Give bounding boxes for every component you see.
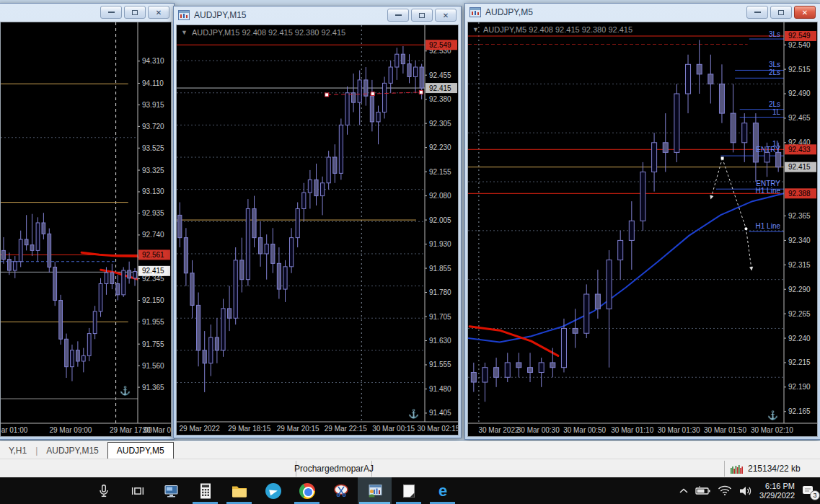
file-explorer-icon[interactable]	[222, 477, 256, 504]
svg-text:93.130: 93.130	[142, 187, 164, 195]
svg-text:ar 01:00: ar 01:00	[1, 426, 28, 434]
chrome-icon[interactable]	[290, 477, 324, 504]
svg-text:94.310: 94.310	[142, 57, 164, 65]
traffic-text: 215134/22 kb	[748, 464, 801, 474]
svg-text:91.755: 91.755	[142, 340, 164, 348]
indicator-curves	[468, 193, 784, 355]
minimize-button[interactable]	[100, 6, 122, 19]
minimize-button[interactable]	[746, 6, 768, 19]
chart-window-h1: ✕ 0.4580.21994.31094.11093.91593.72093.5…	[0, 3, 175, 440]
time-axis[interactable]: ar 01:0029 Mar 09:0029 Mar 17:0030 Mar 0…	[1, 423, 171, 434]
tab-audjpy-m15[interactable]: AUDJPY,M15	[38, 443, 107, 459]
gridlines	[468, 22, 784, 423]
window-titlebar[interactable]: ✕	[0, 4, 174, 21]
snipping-tool-icon[interactable]	[324, 477, 358, 504]
tray-chevron-icon[interactable]	[679, 487, 689, 495]
notification-icon[interactable]: 3	[801, 485, 816, 498]
tab-audjpy-m5[interactable]: AUDJPY,M5	[107, 442, 174, 459]
svg-text:30 Mar 01:30: 30 Mar 01:30	[658, 426, 700, 434]
close-button[interactable]: ✕	[435, 9, 457, 22]
svg-text:92.549: 92.549	[788, 32, 811, 40]
window-title: AUDJPY,M5	[485, 7, 742, 17]
svg-text:29 Mar 20:15: 29 Mar 20:15	[277, 425, 319, 433]
maximize-button[interactable]	[411, 9, 433, 22]
close-button[interactable]: ✕	[148, 6, 169, 19]
volume-icon[interactable]	[739, 485, 753, 497]
metatrader-icon[interactable]	[358, 477, 392, 504]
svg-text:1L: 1L	[772, 108, 781, 116]
svg-text:92.305: 92.305	[429, 120, 451, 128]
tray-time: 6:16 PM	[759, 482, 795, 491]
svg-text:92.265: 92.265	[788, 310, 811, 318]
svg-text:92.240: 92.240	[788, 335, 811, 342]
svg-text:92.315: 92.315	[788, 261, 811, 269]
edge-icon[interactable]: e	[426, 477, 459, 504]
price-axis[interactable]: 92.54092.51592.49092.46592.44092.36592.3…	[784, 22, 817, 423]
chart-ohlc-header: AUDJPY,M15 92.408 92.415 92.380 92.415	[192, 28, 345, 37]
calculator-icon[interactable]	[188, 477, 222, 504]
wifi-icon[interactable]	[718, 485, 732, 496]
microphone-icon[interactable]	[87, 477, 120, 504]
price-axis[interactable]: 94.31094.11093.91593.72093.52593.32593.1…	[138, 22, 171, 423]
tray-date: 3/29/2022	[759, 491, 795, 500]
window-titlebar[interactable]: AUDJPY,M15 ✕	[174, 6, 461, 24]
svg-text:92.215: 92.215	[788, 358, 811, 366]
time-axis[interactable]: 30 Mar 202230 Mar 00:3030 Mar 00:5030 Ma…	[468, 423, 817, 434]
window-titlebar[interactable]: AUDJPY,M5 ✕	[465, 4, 820, 21]
svg-text:92.415: 92.415	[788, 163, 811, 171]
system-monitor-icon[interactable]	[154, 477, 188, 504]
svg-text:91.405: 91.405	[429, 409, 451, 417]
svg-text:91.955: 91.955	[142, 318, 164, 326]
chart-area-m5[interactable]: 3Ls3Ls2Ls2Ls1L1LENTRYENTRYH1 LineH1 Line…	[468, 22, 817, 436]
traffic-cell: 215134/22 kb	[724, 461, 820, 477]
svg-text:93.720: 93.720	[142, 123, 164, 131]
chart-window-icon	[178, 10, 190, 20]
price-axis[interactable]: 92.53092.45592.38092.30592.23092.15592.0…	[425, 25, 458, 422]
task-view-icon[interactable]	[120, 477, 154, 504]
chart-anchor-icon: ⚓	[408, 409, 419, 419]
svg-text:92.290: 92.290	[788, 286, 811, 293]
chart-tabbar: Y,H1 | AUDJPY,M15 AUDJPY,M5	[0, 441, 820, 459]
telegram-icon[interactable]	[256, 477, 290, 504]
chart-anchor-icon: ⚓	[767, 410, 778, 420]
svg-text:2Ls: 2Ls	[769, 68, 780, 76]
battery-icon[interactable]	[695, 486, 711, 496]
window-title: AUDJPY,M15	[194, 10, 383, 20]
svg-text:e: e	[438, 482, 446, 500]
gridlines	[1, 22, 138, 423]
svg-text:92.155: 92.155	[429, 168, 451, 176]
svg-text:29 Mar 18:15: 29 Mar 18:15	[228, 425, 270, 433]
maximize-button[interactable]	[124, 6, 146, 19]
svg-text:3Ls: 3Ls	[769, 30, 780, 38]
svg-text:30 Mar 02:10: 30 Mar 02:10	[751, 426, 793, 434]
svg-text:92.433: 92.433	[788, 146, 811, 154]
svg-text:30 Mar 00:50: 30 Mar 00:50	[563, 426, 606, 434]
svg-text:92.190: 92.190	[788, 383, 811, 391]
tray-clock[interactable]: 6:16 PM 3/29/2022	[759, 482, 795, 500]
notification-badge: 3	[810, 490, 820, 500]
svg-text:29 Mar 22:15: 29 Mar 22:15	[325, 425, 367, 433]
svg-text:91.780: 91.780	[429, 288, 451, 296]
minimize-button[interactable]	[387, 9, 409, 22]
time-axis[interactable]: 29 Mar 202229 Mar 18:1529 Mar 20:1529 Ma…	[177, 422, 458, 433]
svg-text:91.630: 91.630	[429, 337, 451, 345]
svg-text:30 Mar 02:15: 30 Mar 02:15	[417, 425, 458, 433]
traffic-histogram-icon	[731, 464, 744, 474]
svg-text:91.365: 91.365	[142, 384, 164, 392]
price-lines	[468, 36, 784, 231]
chart-area-h1[interactable]: 0.4580.21994.31094.11093.91593.72093.525…	[1, 22, 171, 436]
svg-text:92.165: 92.165	[788, 407, 811, 415]
svg-text:92.365: 92.365	[788, 212, 811, 220]
tab-audjpy-h1[interactable]: Y,H1	[0, 443, 35, 459]
svg-text:H1 Line: H1 Line	[756, 187, 781, 195]
svg-text:92.561: 92.561	[142, 251, 164, 259]
svg-text:92.005: 92.005	[429, 216, 451, 224]
close-button[interactable]: ✕	[794, 6, 816, 19]
chart-area-m15[interactable]: 92.53092.45592.38092.30592.23092.15592.0…	[177, 25, 458, 435]
chart-dropdown-icon[interactable]: ▼	[181, 29, 188, 36]
notepad-icon[interactable]	[392, 477, 426, 504]
maximize-button[interactable]	[770, 6, 792, 19]
svg-text:92.230: 92.230	[429, 143, 451, 151]
chart-dropdown-icon[interactable]: ▼	[472, 26, 479, 33]
svg-text:92.515: 92.515	[788, 66, 811, 74]
